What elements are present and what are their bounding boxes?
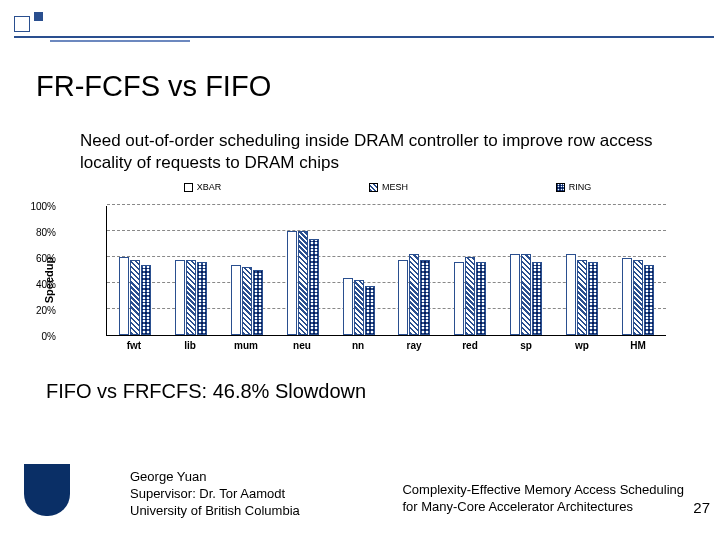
bar-ring bbox=[644, 265, 654, 335]
bar-ring bbox=[141, 265, 151, 335]
bar-group bbox=[275, 206, 331, 335]
footer: George Yuan Supervisor: Dr. Tor Aamodt U… bbox=[0, 454, 720, 524]
paper-line2: for Many-Core Accelerator Architectures bbox=[402, 499, 684, 516]
x-tick: sp bbox=[498, 340, 554, 351]
bar-xbar bbox=[175, 260, 185, 335]
x-tick: lib bbox=[162, 340, 218, 351]
bar-xbar bbox=[398, 260, 408, 335]
bar-group bbox=[498, 206, 554, 335]
paper-title: Complexity-Effective Memory Access Sched… bbox=[402, 482, 684, 516]
bar-mesh bbox=[354, 280, 364, 335]
bar-ring bbox=[309, 239, 319, 335]
x-tick: red bbox=[442, 340, 498, 351]
x-tick: fwt bbox=[106, 340, 162, 351]
bar-ring bbox=[365, 286, 375, 335]
paper-line1: Complexity-Effective Memory Access Sched… bbox=[402, 482, 684, 499]
bar-xbar bbox=[287, 231, 297, 335]
bar-xbar bbox=[566, 254, 576, 335]
legend-xbar: XBAR bbox=[184, 182, 222, 192]
bar-mesh bbox=[130, 260, 140, 335]
y-tick: 20% bbox=[22, 305, 56, 316]
bar-group bbox=[610, 206, 666, 335]
slide-number: 27 bbox=[693, 499, 710, 516]
bar-xbar bbox=[510, 254, 520, 335]
bar-xbar bbox=[343, 278, 353, 335]
author-affiliation: University of British Columbia bbox=[130, 503, 300, 520]
slide: FR-FCFS vs FIFO Need out-of-order schedu… bbox=[0, 0, 720, 540]
author-supervisor: Supervisor: Dr. Tor Aamodt bbox=[130, 486, 300, 503]
x-tick: nn bbox=[330, 340, 386, 351]
author-name: George Yuan bbox=[130, 469, 300, 486]
chart: Speedup 0%20%40%60%80%100% fwtlibmumneun… bbox=[60, 200, 680, 360]
swatch-icon bbox=[184, 183, 193, 192]
bar-mesh bbox=[186, 260, 196, 335]
x-tick: neu bbox=[274, 340, 330, 351]
bar-group bbox=[331, 206, 387, 335]
x-tick: wp bbox=[554, 340, 610, 351]
swatch-icon bbox=[556, 183, 565, 192]
legend-label: MESH bbox=[382, 182, 408, 192]
x-tick: HM bbox=[610, 340, 666, 351]
swatch-icon bbox=[369, 183, 378, 192]
bar-mesh bbox=[409, 254, 419, 335]
bar-mesh bbox=[242, 267, 252, 335]
bar-group bbox=[163, 206, 219, 335]
bar-mesh bbox=[521, 254, 531, 335]
legend-mesh: MESH bbox=[369, 182, 408, 192]
bar-groups bbox=[107, 206, 666, 335]
bar-xbar bbox=[231, 265, 241, 335]
x-labels: fwtlibmumneunnrayredspwpHM bbox=[106, 340, 666, 351]
bar-ring bbox=[420, 260, 430, 335]
y-tick: 100% bbox=[22, 201, 56, 212]
y-tick: 80% bbox=[22, 227, 56, 238]
legend-label: XBAR bbox=[197, 182, 222, 192]
y-tick: 0% bbox=[22, 331, 56, 342]
bar-mesh bbox=[298, 231, 308, 335]
bar-ring bbox=[588, 262, 598, 335]
bar-group bbox=[387, 206, 443, 335]
bar-group bbox=[219, 206, 275, 335]
bar-xbar bbox=[119, 257, 129, 335]
bar-mesh bbox=[633, 260, 643, 335]
y-tick: 40% bbox=[22, 279, 56, 290]
bar-xbar bbox=[454, 262, 464, 335]
slowdown-text: FIFO vs FRFCFS: 46.8% Slowdown bbox=[46, 380, 366, 403]
ubc-logo-icon bbox=[24, 464, 70, 524]
bar-ring bbox=[476, 262, 486, 335]
bar-mesh bbox=[577, 260, 587, 335]
plot-area bbox=[106, 206, 666, 336]
bar-group bbox=[554, 206, 610, 335]
legend-ring: RING bbox=[556, 182, 592, 192]
bar-ring bbox=[532, 262, 542, 335]
bar-ring bbox=[253, 270, 263, 335]
legend-label: RING bbox=[569, 182, 592, 192]
x-tick: mum bbox=[218, 340, 274, 351]
author-block: George Yuan Supervisor: Dr. Tor Aamodt U… bbox=[130, 469, 300, 520]
bar-xbar bbox=[622, 258, 632, 335]
bar-mesh bbox=[465, 257, 475, 335]
body-text: Need out-of-order scheduling inside DRAM… bbox=[80, 130, 680, 174]
chart-legend: XBAR MESH RING bbox=[110, 182, 665, 192]
slide-title: FR-FCFS vs FIFO bbox=[36, 70, 271, 103]
y-tick: 60% bbox=[22, 253, 56, 264]
header-decoration bbox=[14, 10, 74, 40]
bar-ring bbox=[197, 262, 207, 335]
bar-group bbox=[442, 206, 498, 335]
bar-group bbox=[107, 206, 163, 335]
x-tick: ray bbox=[386, 340, 442, 351]
